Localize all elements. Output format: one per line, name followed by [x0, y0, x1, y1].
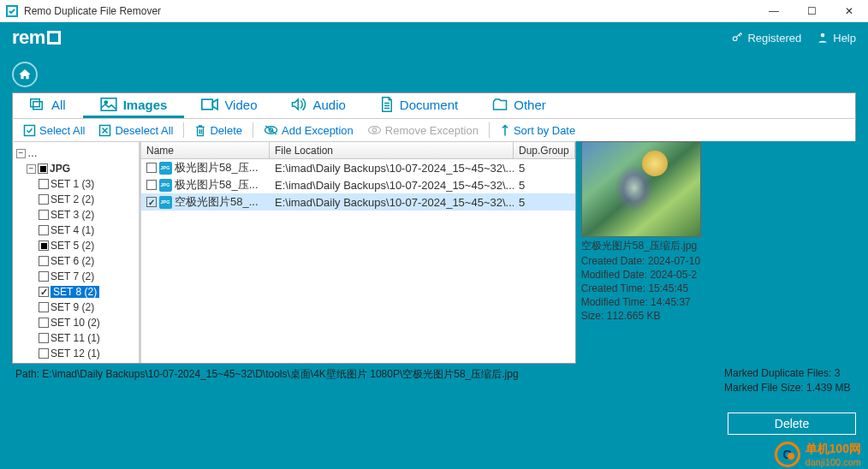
row-filename: 极光图片58_压...	[175, 160, 259, 175]
jpg-file-icon	[159, 162, 172, 175]
tab-video[interactable]: Video	[184, 93, 274, 118]
tree-set-node[interactable]: SET 4 (1)	[15, 223, 137, 238]
maximize-button[interactable]: ☐	[793, 0, 830, 22]
home-button[interactable]	[12, 62, 38, 87]
remove-exception-button: Remove Exception	[362, 122, 484, 139]
row-filename: 空极光图片58_...	[175, 194, 259, 210]
row-location: E:\imad\Daily Backups\10-07-2024_15~45~3…	[270, 196, 514, 209]
tree-checkbox[interactable]	[38, 163, 48, 174]
tree-checkbox[interactable]	[39, 256, 49, 266]
column-group[interactable]: Dup.Group	[514, 142, 575, 158]
svg-rect-4	[33, 101, 43, 109]
tree-checkbox[interactable]	[39, 225, 49, 235]
column-name[interactable]: Name	[141, 142, 270, 158]
tab-images[interactable]: Images	[83, 93, 185, 118]
main-content: − … − JPG SET 1 (3)SET 2 (2)SET 3 (2)SET…	[12, 141, 576, 364]
table-row[interactable]: 极光图片58_压...E:\imad\Daily Backups\10-07-2…	[141, 159, 575, 176]
deselect-all-button[interactable]: Deselect All	[93, 122, 178, 139]
tab-audio[interactable]: Audio	[274, 93, 362, 118]
watermark-icon: C	[775, 442, 800, 467]
row-filename: 极光图片58_压...	[175, 177, 259, 193]
tree-checkbox[interactable]	[39, 348, 49, 359]
tree-set-label: SET 11 (1)	[51, 332, 100, 344]
tree-checkbox[interactable]	[39, 318, 49, 328]
tree-set-node[interactable]: SET 9 (2)	[15, 300, 137, 315]
tree-checkbox[interactable]	[39, 302, 49, 312]
tree-set-node[interactable]: SET 7 (2)	[15, 269, 137, 284]
svg-rect-7	[202, 99, 213, 110]
tree-checkbox[interactable]	[39, 179, 49, 189]
logo: rem	[12, 27, 61, 49]
separator	[183, 122, 184, 138]
list-header: Name File Location Dup.Group	[141, 142, 575, 159]
delete-button[interactable]: Delete	[189, 122, 247, 139]
action-toolbar: Select All Deselect All Delete Add Excep…	[12, 118, 856, 141]
preview-size: Size: 112.665 KB	[581, 310, 701, 322]
close-button[interactable]: ✕	[830, 0, 868, 22]
tree-set-node[interactable]: SET 8 (2)	[15, 284, 137, 300]
tab-all[interactable]: All	[13, 93, 83, 118]
tree-set-label: SET 12 (1)	[51, 347, 100, 359]
sort-by-date-button[interactable]: Sort by Date	[495, 122, 580, 139]
tree-set-label: SET 3 (2)	[51, 209, 94, 221]
tree-set-node[interactable]: SET 3 (2)	[15, 207, 137, 223]
tree-toggle-icon[interactable]: −	[27, 164, 36, 174]
tree-checkbox[interactable]	[39, 287, 49, 297]
workarea: All Images Video Audio Document Other Se…	[0, 53, 868, 469]
tree-checkbox[interactable]	[39, 194, 49, 205]
delete-main-button[interactable]: Delete	[728, 413, 856, 435]
column-location[interactable]: File Location	[270, 142, 514, 158]
app-icon	[5, 4, 19, 18]
tree-root-node[interactable]: − …	[15, 145, 137, 161]
preview-created-date: Created Date: 2024-07-10	[581, 255, 701, 267]
tree-checkbox[interactable]	[39, 333, 49, 343]
marked-files: Marked Duplicate Files: 3	[724, 367, 853, 382]
tree-checkbox[interactable]	[39, 210, 49, 220]
svg-point-1	[734, 37, 738, 41]
tree-set-node[interactable]: SET 11 (1)	[15, 330, 137, 346]
row-checkbox[interactable]	[146, 163, 157, 173]
row-checkbox[interactable]	[146, 180, 157, 190]
table-row[interactable]: 极光图片58_压...E:\imad\Daily Backups\10-07-2…	[141, 176, 575, 193]
tree-set-label: SET 7 (2)	[51, 270, 94, 282]
tree-set-label: SET 2 (2)	[51, 193, 94, 205]
table-row[interactable]: 空极光图片58_...E:\imad\Daily Backups\10-07-2…	[141, 193, 575, 211]
minimize-button[interactable]: —	[755, 0, 793, 22]
help-link[interactable]: Help	[817, 32, 856, 45]
svg-point-12	[368, 127, 380, 134]
folder-tree[interactable]: − … − JPG SET 1 (3)SET 2 (2)SET 3 (2)SET…	[13, 142, 141, 363]
tree-set-label: SET 4 (1)	[51, 224, 94, 236]
tree-set-label: SET 8 (2)	[51, 286, 99, 298]
svg-point-2	[821, 33, 825, 38]
jpg-file-icon	[159, 179, 172, 192]
tree-set-label: SET 5 (2)	[51, 240, 94, 252]
tree-checkbox[interactable]	[39, 240, 49, 251]
registered-link[interactable]: Registered	[731, 32, 801, 45]
tree-set-node[interactable]: SET 5 (2)	[15, 238, 137, 253]
select-all-button[interactable]: Select All	[18, 122, 90, 139]
row-checkbox[interactable]	[146, 197, 157, 207]
add-exception-button[interactable]: Add Exception	[259, 122, 359, 139]
tree-toggle-icon[interactable]: −	[16, 149, 26, 158]
preview-modified-date: Modified Date: 2024-05-2	[581, 269, 701, 281]
tab-document[interactable]: Document	[363, 93, 475, 118]
preview-modified-time: Modified Time: 14:45:37	[581, 296, 701, 308]
tree-group-node[interactable]: − JPG	[15, 161, 137, 176]
brandbar: rem Registered Help	[0, 22, 868, 53]
svg-rect-3	[31, 98, 40, 106]
tab-other[interactable]: Other	[475, 93, 563, 118]
window-title: Remo Duplicate File Remover	[24, 5, 755, 17]
tree-set-node[interactable]: SET 1 (3)	[15, 176, 137, 192]
tree-set-node[interactable]: SET 2 (2)	[15, 192, 137, 207]
tree-set-node[interactable]: SET 6 (2)	[15, 253, 137, 269]
row-location: E:\imad\Daily Backups\10-07-2024_15~45~3…	[270, 179, 514, 192]
tree-set-node[interactable]: SET 12 (1)	[15, 346, 137, 361]
statusbar: Path: E:\imad\Daily Backups\10-07-2024_1…	[12, 365, 856, 395]
tree-checkbox[interactable]	[39, 271, 49, 282]
tree-set-label: SET 1 (3)	[51, 178, 94, 190]
row-group: 5	[514, 196, 575, 209]
tree-set-label: SET 6 (2)	[51, 255, 94, 267]
tree-set-node[interactable]: SET 10 (2)	[15, 315, 137, 330]
tree-set-label: SET 10 (2)	[51, 317, 100, 329]
tree-group-node[interactable]: + PNG	[15, 361, 137, 363]
